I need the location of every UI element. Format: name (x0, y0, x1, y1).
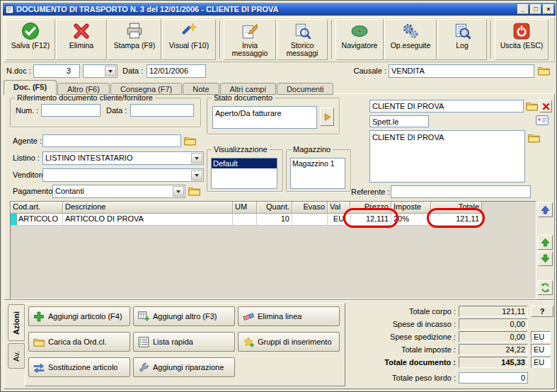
visual-button[interactable]: Visual (F10) (162, 19, 216, 60)
totale-documento-label: Totale documento : (357, 357, 456, 368)
col-header-codart[interactable]: Cod.art. (11, 202, 63, 214)
venditore-combo[interactable] (42, 168, 204, 182)
navigator-label: Navigatore (342, 42, 378, 50)
tab-note[interactable]: Note (183, 83, 219, 95)
contact-card-icon[interactable] (536, 115, 549, 125)
date-input[interactable]: 12/01/2006 (147, 64, 206, 78)
spese-spedizione-currency: EU (531, 331, 551, 342)
spese-incasso-label: Spese di incasso : (357, 318, 456, 330)
insert-groups-label: Gruppi di inserimento (258, 338, 332, 346)
operations-button[interactable]: Op.eseguite (384, 19, 437, 60)
green-plus-icon (33, 311, 45, 322)
add-article-button[interactable]: Aggiungi articolo (F4) (28, 306, 130, 326)
close-button[interactable]: × (543, 4, 554, 14)
ndoc-series-combo[interactable] (83, 64, 117, 78)
totale-peso-input[interactable]: 0 (459, 372, 528, 384)
ndoc-input[interactable]: 3 (33, 64, 80, 78)
dropdown-arrow-icon[interactable] (105, 66, 116, 76)
tab-azioni[interactable]: Azioni (8, 304, 25, 341)
exit-button[interactable]: Uscita (ESC) (495, 19, 549, 60)
delete-button[interactable]: Elimina (56, 19, 107, 60)
minimize-button[interactable]: _ (517, 4, 529, 14)
magazzino-list[interactable]: Magazzino 1 (290, 158, 345, 189)
log-button[interactable]: Log (437, 19, 487, 60)
col-header-imposte[interactable]: Imposte (391, 202, 431, 214)
listino-combo[interactable]: LISTINO INTESTATARIO (42, 151, 204, 165)
cliente-folder-icon[interactable] (526, 101, 538, 111)
cell-quant: 10 (257, 214, 292, 226)
move-down-button[interactable] (538, 251, 553, 266)
rif-num-input[interactable] (41, 104, 101, 117)
rif-num-label: Num. : (16, 106, 38, 115)
col-header-um[interactable]: UM (233, 202, 257, 214)
navigator-button[interactable]: Navigatore (335, 19, 384, 60)
add-article-label: Aggiungi articolo (F4) (48, 312, 122, 321)
title-bar[interactable]: DOCUMENTO DI TRASPORTO N. 3 del 12/01/20… (3, 3, 556, 16)
visualizzazione-selected-item[interactable]: Default (212, 158, 277, 168)
print-button[interactable]: Stampa (F9) (108, 19, 161, 60)
col-header-quant[interactable]: Quant. (257, 202, 292, 214)
replace-article-label: Sostituzione articolo (48, 363, 117, 371)
move-up-button[interactable] (538, 235, 553, 250)
tab-altri-campi[interactable]: Altri campi (220, 83, 276, 95)
pencil-message-icon (241, 22, 259, 40)
cliente-input[interactable]: CLIENTE DI PROVA (369, 100, 524, 113)
tab-consegna-f7[interactable]: Consegna (F7) (110, 83, 182, 95)
load-from-order-button[interactable]: Carica da Ord.cl. (28, 332, 130, 352)
replace-article-button[interactable]: Sostituzione articolo (28, 357, 130, 377)
quick-list-button[interactable]: Lista rapida (133, 332, 235, 352)
refresh-button[interactable] (538, 280, 553, 295)
causale-input[interactable]: VENDITA (389, 64, 534, 78)
agente-folder-icon[interactable] (184, 136, 196, 146)
help-button[interactable]: ? (531, 306, 553, 317)
tab-altro-f6[interactable]: Altro (F6) (57, 83, 110, 95)
spese-incasso-value: 0,00 (459, 318, 528, 330)
insert-groups-button[interactable]: Gruppi di inserimento (238, 332, 340, 352)
causale-folder-icon[interactable] (538, 66, 550, 76)
tab-doc-f5[interactable]: Doc. (F5) (4, 80, 57, 95)
bottom-panel: Azioni Av. Aggiungi articolo (F4) Aggiun… (4, 300, 555, 389)
dropdown-arrow-icon[interactable] (173, 186, 184, 197)
col-header-evaso[interactable]: Evaso (292, 202, 328, 214)
pagamento-combo[interactable]: Contanti (52, 185, 185, 198)
send-message-button[interactable]: Invia messaggio (224, 19, 276, 60)
address-folder-icon[interactable] (528, 133, 540, 143)
operations-label: Op.eseguite (391, 42, 431, 50)
save-button-label: Salva (F12) (11, 42, 50, 50)
pagamento-folder-icon[interactable] (188, 186, 200, 196)
add-other-button[interactable]: Aggiungi altro (F3) (133, 306, 235, 326)
wrench-icon (138, 362, 149, 373)
list-icon (138, 337, 149, 347)
delete-line-label: Elimina linea (258, 312, 302, 321)
col-header-descrizione[interactable]: Descrizione (63, 202, 233, 214)
gears-icon (401, 22, 420, 40)
tab-documenti[interactable]: Documenti (277, 83, 334, 95)
annotation-prezzo-highlight (343, 208, 398, 228)
spettle-input[interactable]: Spett.le (369, 115, 429, 127)
magazzino-item[interactable]: Magazzino 1 (291, 158, 345, 168)
listino-value: LISTINO INTESTATARIO (45, 152, 191, 163)
delete-line-button[interactable]: Elimina linea (238, 306, 340, 326)
line-items-grid: Cod.art. Descrizione UM Quant. Evaso Val… (10, 201, 536, 299)
log-label: Log (456, 42, 469, 50)
add-repair-button[interactable]: Aggiungi riparazione (133, 357, 235, 377)
cliente-address-box[interactable]: CLIENTE DI PROVA (369, 130, 525, 183)
toolbar-separator (219, 21, 221, 59)
message-history-button[interactable]: Storico messaggi (277, 19, 328, 60)
dropdown-arrow-icon[interactable] (191, 170, 202, 180)
move-top-button[interactable] (538, 202, 553, 217)
visualizzazione-list[interactable]: Default (211, 158, 277, 189)
cliente-clear-button[interactable] (539, 100, 552, 113)
agente-input[interactable] (42, 134, 181, 147)
star-plus-icon (243, 337, 254, 347)
tab-avanzate[interactable]: Av. (8, 343, 25, 369)
date-label: Data : (122, 67, 143, 75)
dropdown-arrow-icon[interactable] (191, 153, 202, 163)
stato-advance-button[interactable] (320, 108, 334, 126)
rif-data-input[interactable] (130, 104, 194, 117)
table-plus-icon (138, 311, 149, 322)
refresh-icon (541, 283, 550, 292)
maximize-button[interactable]: □ (530, 4, 541, 14)
save-button[interactable]: Salva (F12) (6, 19, 55, 60)
referente-input[interactable] (391, 185, 531, 198)
